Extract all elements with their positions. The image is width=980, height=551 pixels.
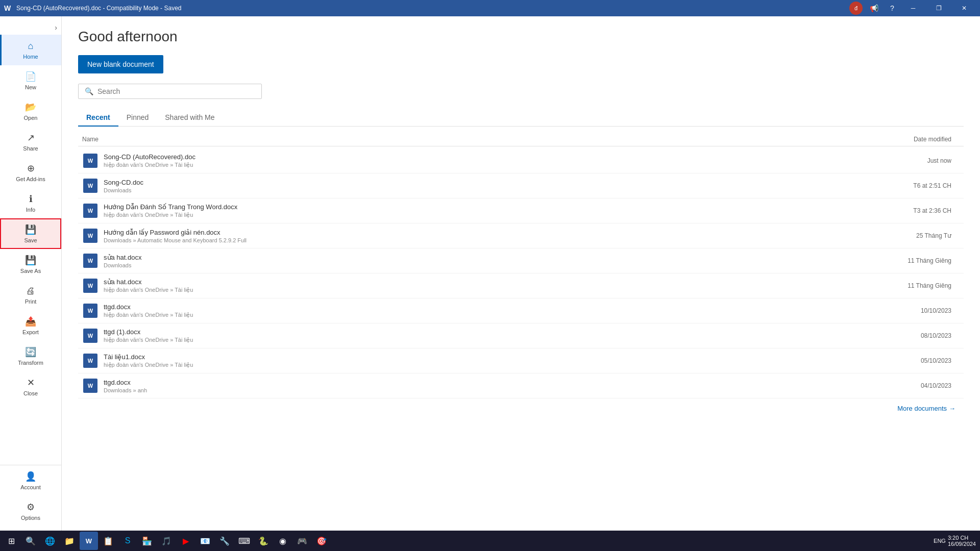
new-icon: 📄: [25, 71, 36, 82]
file-icon: W: [82, 378, 99, 394]
sidebar-item-share[interactable]: ↗ Share: [0, 127, 61, 157]
file-name: ttgd.docx: [104, 303, 857, 311]
taskbar-skype-button[interactable]: S: [118, 532, 137, 550]
taskbar-files-button[interactable]: 📁: [60, 532, 79, 550]
file-row[interactable]: W Song-CD (AutoRecovered).doc hiệp đoàn …: [78, 148, 964, 173]
file-name: Song-CD (AutoRecovered).doc: [104, 153, 857, 161]
export-icon: 📤: [25, 316, 36, 327]
taskbar-youtube-button[interactable]: ▶: [177, 532, 195, 550]
file-list: W Song-CD (AutoRecovered).doc hiệp đoàn …: [78, 148, 964, 398]
tab-recent[interactable]: Recent: [78, 109, 118, 127]
print-icon: 🖨: [26, 286, 35, 296]
sidebar-item-save[interactable]: 💾 Save: [0, 218, 61, 249]
minimize-button[interactable]: ─: [901, 0, 925, 16]
file-icon: W: [82, 303, 99, 319]
file-row[interactable]: W ttgd (1).docx hiệp đoàn văn's OneDrive…: [78, 323, 964, 348]
file-name: Hướng Dẫn Đánh Số Trang Trong Word.docx: [104, 203, 857, 211]
sidebar-item-info[interactable]: ℹ Info: [0, 188, 61, 218]
word-icon: W: [83, 204, 97, 218]
open-icon: 📂: [25, 102, 36, 113]
sidebar-new-label: New: [25, 84, 36, 90]
tabs-container: Recent Pinned Shared with Me: [78, 109, 964, 127]
user-avatar[interactable]: đ: [849, 2, 863, 15]
sidebar-collapse-button[interactable]: ›: [0, 20, 61, 35]
word-logo: W: [4, 4, 12, 12]
auto-publish-icon[interactable]: 📢: [867, 1, 881, 15]
more-documents-link[interactable]: More documents →: [78, 398, 964, 418]
sidebar-item-close[interactable]: ✕ Close: [0, 371, 61, 402]
file-date: 10/10/2023: [857, 307, 960, 314]
file-path: Downloads: [104, 187, 857, 193]
file-date: T6 at 2:51 CH: [857, 182, 960, 189]
sidebar-close-label: Close: [23, 390, 38, 396]
sidebar-share-label: Share: [23, 145, 38, 152]
taskbar-chrome-button[interactable]: ◉: [274, 532, 292, 550]
search-input[interactable]: [97, 87, 255, 95]
file-info: Hướng dẫn lấy Password giải nén.docx Dow…: [104, 229, 857, 243]
word-icon: W: [83, 229, 97, 243]
file-path: Downloads » Automatic Mouse and Keyboard…: [104, 237, 857, 243]
taskbar-sys-icons: ENG 3:20 CH 16/09/2024: [932, 535, 978, 547]
taskbar-outlook-button[interactable]: 📧: [196, 532, 214, 550]
taskbar-media-button[interactable]: 🎵: [157, 532, 176, 550]
sidebar-item-new[interactable]: 📄 New: [0, 65, 61, 96]
file-info: Hướng Dẫn Đánh Số Trang Trong Word.docx …: [104, 203, 857, 218]
header-date: Date modified: [857, 136, 960, 143]
sidebar-addins-label: Get Add-ins: [16, 176, 45, 182]
file-name: Hướng dẫn lấy Password giải nén.docx: [104, 229, 857, 236]
title-bar-left: W Song-CD (AutoRecovered).doc - Compatib…: [4, 4, 181, 12]
sidebar-options-label: Options: [21, 515, 40, 521]
taskbar-search-button[interactable]: 🔍: [21, 532, 40, 550]
file-date: 11 Tháng Giêng: [857, 282, 960, 289]
taskbar-lang: ENG: [934, 538, 946, 544]
start-button[interactable]: ⊞: [2, 532, 20, 550]
tab-pinned[interactable]: Pinned: [118, 109, 157, 127]
sidebar-account-label: Account: [20, 484, 41, 490]
sidebar-item-save-as[interactable]: 💾 Save As: [0, 249, 61, 280]
taskbar-word-button[interactable]: W: [80, 532, 98, 550]
word-icon: W: [83, 179, 97, 193]
file-row[interactable]: W Hướng dẫn lấy Password giải nén.docx D…: [78, 223, 964, 248]
taskbar: ⊞ 🔍 🌐 📁 W 📋 S 🏪 🎵 ▶ 📧 🔧 ⌨ 🐍 ◉ 🎮 🎯 ENG 3:…: [0, 531, 980, 551]
file-row[interactable]: W sửa hat.docx hiệp đoàn văn's OneDrive …: [78, 273, 964, 298]
taskbar-store-button[interactable]: 🏪: [138, 532, 156, 550]
file-path: Downloads » anh: [104, 387, 857, 393]
file-row[interactable]: W ttgd.docx Downloads » anh 04/10/2023: [78, 373, 964, 398]
file-row[interactable]: W Tài liệu1.docx hiệp đoàn văn's OneDriv…: [78, 348, 964, 373]
file-row[interactable]: W Hướng Dẫn Đánh Số Trang Trong Word.doc…: [78, 198, 964, 223]
sidebar: › ⌂ Home 📄 New 📂 Open ↗ Share ⊕ Get Add-…: [0, 16, 62, 531]
sidebar-item-transform[interactable]: 🔄 Transform: [0, 341, 61, 371]
taskbar-ext1-button[interactable]: 🔧: [215, 532, 234, 550]
file-list-header: Name Date modified: [78, 133, 964, 146]
taskbar-vscode-button[interactable]: ⌨: [235, 532, 253, 550]
sidebar-item-print[interactable]: 🖨 Print: [0, 280, 61, 310]
taskbar-tasks-button[interactable]: 📋: [99, 532, 117, 550]
file-info: ttgd.docx Downloads » anh: [104, 379, 857, 393]
sidebar-print-label: Print: [25, 298, 37, 305]
taskbar-python-button[interactable]: 🐍: [254, 532, 273, 550]
file-row[interactable]: W ttgd.docx hiệp đoàn văn's OneDrive » T…: [78, 298, 964, 323]
sidebar-item-export[interactable]: 📤 Export: [0, 310, 61, 341]
restore-button[interactable]: ❐: [927, 0, 950, 16]
help-icon[interactable]: ?: [885, 1, 899, 15]
close-button[interactable]: ✕: [952, 0, 976, 16]
taskbar-ext4-button[interactable]: 🎯: [312, 532, 331, 550]
sidebar-item-options[interactable]: ⚙ Options: [0, 496, 61, 527]
close-doc-icon: ✕: [27, 377, 35, 388]
options-icon: ⚙: [27, 502, 35, 513]
file-icon: W: [82, 253, 99, 269]
file-icon: W: [82, 228, 99, 244]
sidebar-item-home[interactable]: ⌂ Home: [0, 35, 61, 65]
tab-shared[interactable]: Shared with Me: [157, 109, 223, 127]
file-row[interactable]: W sửa hat.docx Downloads 11 Tháng Giêng: [78, 248, 964, 273]
taskbar-game-button[interactable]: 🎮: [293, 532, 311, 550]
file-row[interactable]: W Song-CD.doc Downloads T6 at 2:51 CH: [78, 173, 964, 198]
sidebar-item-get-addins[interactable]: ⊕ Get Add-ins: [0, 157, 61, 188]
sidebar-item-open[interactable]: 📂 Open: [0, 96, 61, 127]
file-name: ttgd.docx: [104, 379, 857, 386]
sidebar-item-account[interactable]: 👤 Account: [0, 465, 61, 496]
main-container: › ⌂ Home 📄 New 📂 Open ↗ Share ⊕ Get Add-…: [0, 16, 980, 531]
taskbar-edge-button[interactable]: 🌐: [41, 532, 59, 550]
new-blank-document-button[interactable]: New blank document: [78, 55, 163, 73]
file-info: sửa hat.docx hiệp đoàn văn's OneDrive » …: [104, 278, 857, 293]
